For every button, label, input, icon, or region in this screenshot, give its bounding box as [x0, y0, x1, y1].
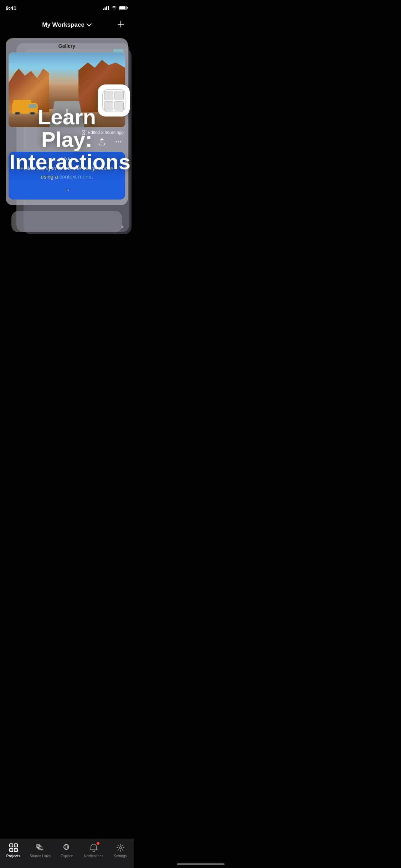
more-button[interactable]: [113, 136, 124, 148]
add-button[interactable]: [115, 19, 127, 31]
goal-text: Follow along to delete the image above u…: [14, 165, 119, 181]
wifi-icon: [111, 6, 117, 10]
status-bar: 9:41: [0, 0, 134, 16]
second-card-peek[interactable]: [11, 211, 122, 232]
edited-badge: Edited 3 hours ago: [81, 130, 124, 135]
svg-rect-2: [106, 6, 107, 10]
more-icon: [114, 138, 122, 146]
app-icon-cell-4: [114, 101, 124, 110]
svg-rect-1: [105, 7, 106, 10]
svg-point-8: [118, 141, 119, 143]
van-wheel-left: [15, 112, 20, 115]
svg-rect-3: [108, 6, 109, 10]
app-icon: [98, 84, 130, 117]
van: [12, 100, 38, 114]
app-icon-grid: [102, 89, 125, 112]
gallery-label: Gallery: [6, 38, 128, 52]
edited-text: Edited 3 hours ago: [88, 130, 124, 135]
sort-icon: [9, 20, 17, 29]
signal-icon: [103, 6, 109, 10]
desert-road-line: [66, 109, 67, 124]
goal-arrow-button[interactable]: →: [63, 186, 71, 194]
card-actions-row: [6, 135, 128, 148]
card-meta-row: Edited 3 hours ago: [6, 127, 128, 135]
app-icon-cell-1: [104, 91, 113, 100]
goal-arrow: →: [63, 186, 71, 194]
status-icons: [103, 6, 128, 10]
workspace-selector[interactable]: My Workspace: [42, 21, 92, 29]
svg-point-7: [116, 141, 117, 143]
battery-icon: [119, 6, 128, 10]
share-button[interactable]: [97, 136, 107, 148]
van-window: [29, 104, 37, 108]
card-area: A G Gallery: [0, 38, 134, 232]
sort-button[interactable]: [7, 19, 19, 31]
workspace-title: My Workspace: [42, 21, 84, 29]
header: My Workspace: [0, 16, 134, 35]
svg-rect-0: [103, 9, 104, 10]
plus-icon: [117, 20, 125, 29]
goal-section: GOAL Follow along to delete the image ab…: [9, 152, 125, 200]
hourglass-icon: [81, 130, 86, 135]
svg-point-9: [120, 141, 121, 143]
app-icon-cell-2: [114, 91, 124, 100]
share-icon: [98, 138, 106, 146]
chevron-down-icon: [87, 24, 92, 26]
goal-text-link[interactable]: context menu: [60, 174, 92, 180]
main-content: A G Gallery: [0, 38, 134, 268]
app-icon-cell-3: [104, 101, 113, 110]
goal-label: GOAL: [14, 157, 119, 161]
card-stack: A G Gallery: [6, 38, 128, 205]
van-wheel-right: [30, 112, 35, 115]
svg-rect-5: [119, 6, 125, 9]
status-time: 9:41: [6, 5, 16, 11]
svg-rect-6: [127, 7, 128, 9]
main-card[interactable]: Gallery: [6, 38, 128, 205]
goal-text-part2: .: [92, 174, 93, 180]
